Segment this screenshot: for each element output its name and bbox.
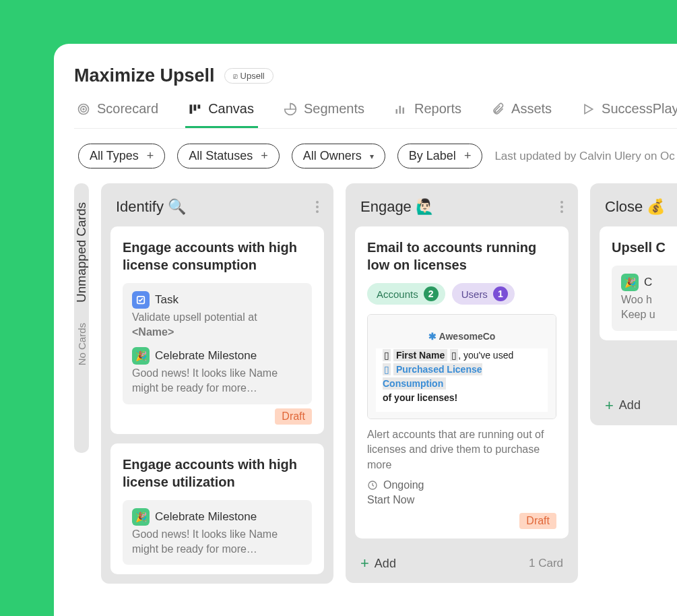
chip-count: 2	[424, 286, 439, 301]
card[interactable]: Email to accounts running low on license…	[355, 226, 569, 538]
tab-label: Scorecard	[97, 101, 158, 117]
item-label: Celebrate Milestone	[155, 510, 257, 524]
filter-label: All Statuses	[189, 149, 253, 163]
chip-users[interactable]: Users 1	[452, 283, 515, 305]
card-body: Task Validate upsell potential at <Name>…	[123, 283, 312, 404]
tab-reports[interactable]: Reports	[391, 101, 465, 128]
tab-label: Segments	[304, 101, 364, 117]
dollar-icon: ⎚	[233, 72, 238, 80]
svg-rect-5	[198, 104, 201, 109]
column-title: Close 💰	[605, 198, 665, 216]
plus-icon: +	[147, 149, 154, 163]
plus-icon: +	[261, 149, 268, 163]
chip-accounts[interactable]: Accounts 2	[367, 283, 445, 305]
item-text: Validate upsell potential at <Name>	[132, 310, 302, 340]
category-tag-label: Upsell	[240, 71, 265, 81]
filter-label[interactable]: By Label +	[397, 144, 483, 168]
column-menu-icon[interactable]	[316, 201, 319, 213]
play-icon	[581, 102, 595, 116]
column-title: Identify 🔍	[116, 198, 186, 216]
add-label: Add	[619, 398, 641, 412]
pie-icon	[284, 102, 297, 116]
tab-successplays[interactable]: SuccessPlays	[579, 101, 677, 128]
email-logo: ✱AwesomeCo	[375, 321, 549, 348]
target-icon	[77, 102, 90, 116]
card-body: 🎉 Celebrate Milestone Good news! It look…	[123, 500, 312, 565]
card-title: Upsell C	[612, 239, 677, 256]
card-body: 🎉 C Woo h Keep u	[612, 266, 677, 331]
column-footer: + Add	[600, 390, 677, 416]
plus-icon: +	[360, 555, 369, 572]
last-updated-text: Last updated by Calvin Ulery on Oc	[494, 150, 674, 163]
plus-icon: +	[605, 397, 614, 414]
column-header: Engage 🙋🏻‍♂️	[355, 183, 569, 226]
svg-rect-8	[403, 107, 405, 113]
tab-label: Canvas	[208, 101, 254, 117]
item-label: Celebrate Milestone	[155, 349, 257, 363]
card-count: 1 Card	[529, 557, 563, 570]
filter-statuses[interactable]: All Statuses +	[177, 144, 280, 168]
card[interactable]: Upsell C 🎉 C Woo h Keep u	[600, 226, 677, 340]
category-tag[interactable]: ⎚ Upsell	[224, 68, 273, 84]
svg-rect-7	[399, 106, 401, 114]
bar-icon	[394, 102, 408, 116]
page-header: Maximize Upsell ⎚ Upsell	[74, 65, 677, 86]
filter-label: All Types	[90, 149, 139, 163]
clip-icon	[491, 102, 505, 116]
tab-label: SuccessPlays	[602, 101, 677, 117]
card-title: Engage accounts with high license utiliz…	[123, 456, 312, 491]
tab-segments[interactable]: Segments	[281, 101, 368, 128]
item-text: Woo h Keep u	[621, 292, 677, 323]
tab-scorecard[interactable]: Scorecard	[74, 101, 162, 128]
svg-rect-3	[190, 104, 193, 114]
filter-label-text: By Label	[409, 149, 456, 163]
meta-timing: Ongoing	[367, 479, 556, 491]
filter-types[interactable]: All Types +	[78, 144, 165, 168]
column-header: Identify 🔍	[110, 183, 324, 226]
celebrate-icon: 🎉	[132, 347, 150, 365]
unmapped-count: No Cards	[76, 323, 88, 365]
chip-count: 1	[493, 286, 508, 301]
item-label: Task	[155, 293, 179, 307]
column-title: Engage 🙋🏻‍♂️	[360, 198, 434, 216]
card-description: Alert accounts that are running out of l…	[367, 427, 556, 472]
status-badge: Draft	[275, 408, 312, 425]
board-icon	[188, 102, 201, 116]
tab-assets[interactable]: Assets	[488, 101, 556, 128]
celebrate-icon: 🎉	[621, 274, 639, 291]
tab-bar: Scorecard Canvas Segments Reports Assets	[74, 101, 677, 129]
chevron-down-icon: ▾	[370, 152, 374, 161]
kanban-board: Unmapped Cards No Cards Identify 🔍 Engag…	[74, 183, 677, 584]
card[interactable]: Engage accounts with high license utiliz…	[110, 443, 324, 575]
card-title: Email to accounts running low on license…	[367, 239, 556, 274]
task-icon	[132, 291, 150, 309]
unmapped-column[interactable]: Unmapped Cards No Cards	[74, 183, 89, 453]
filter-owners[interactable]: All Owners ▾	[292, 144, 385, 168]
tab-canvas[interactable]: Canvas	[185, 101, 258, 128]
column-menu-icon[interactable]	[560, 201, 563, 213]
svg-point-2	[83, 109, 84, 110]
plus-icon: +	[464, 149, 472, 163]
add-card-button[interactable]: + Add	[360, 555, 396, 572]
column-close: Close 💰 Upsell C 🎉 C Woo h Keep u + Add	[590, 183, 677, 425]
column-footer: + Add 1 Card	[355, 548, 569, 574]
card[interactable]: Engage accounts with high license consum…	[110, 226, 324, 434]
meta-action: Start Now	[367, 494, 556, 506]
filter-bar: All Types + All Statuses + All Owners ▾ …	[74, 129, 677, 183]
chips-row: Accounts 2 Users 1	[367, 283, 556, 305]
item-label: C	[644, 276, 652, 289]
status-badge: Draft	[519, 513, 556, 529]
clock-icon	[367, 480, 378, 491]
column-identify: Identify 🔍 Engage accounts with high lic…	[101, 183, 333, 584]
column-header: Close 💰	[600, 183, 677, 226]
tab-label: Assets	[511, 101, 552, 117]
email-preview: ✱AwesomeCo ▯ First Name ▯, you've used ▯…	[367, 314, 556, 419]
unmapped-title: Unmapped Cards	[74, 202, 89, 303]
celebrate-icon: 🎉	[132, 508, 150, 526]
chip-label: Users	[461, 288, 488, 300]
svg-rect-4	[194, 104, 197, 111]
svg-rect-6	[396, 109, 398, 114]
item-text: Good news! It looks like Name might be r…	[132, 366, 302, 396]
filter-label: All Owners	[303, 149, 362, 163]
add-card-button[interactable]: + Add	[605, 397, 641, 414]
